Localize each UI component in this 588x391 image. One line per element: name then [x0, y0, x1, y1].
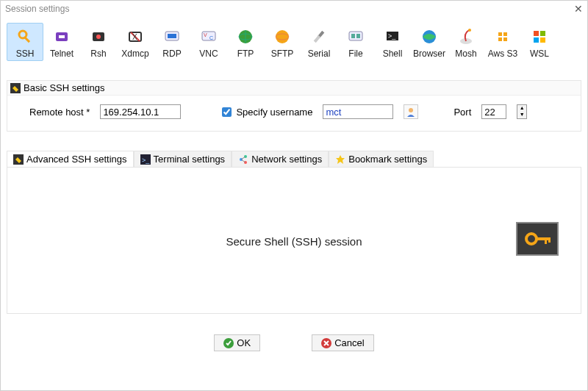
spinner-up-icon[interactable]: ▲ — [517, 105, 526, 112]
specify-username-check[interactable] — [222, 107, 232, 117]
session-type-label: Telnet — [44, 49, 79, 59]
svg-rect-22 — [351, 34, 355, 38]
session-type-serial[interactable]: Serial — [301, 23, 337, 61]
session-type-label: Shell — [375, 49, 410, 59]
svg-rect-29 — [534, 31, 539, 36]
tab-terminal-settings[interactable]: >_Terminal settings — [134, 151, 232, 167]
basic-ssh-body: Remote host * Specify username Port ▲▼ — [7, 96, 581, 131]
session-type-icon — [154, 26, 190, 47]
svg-rect-31 — [534, 37, 539, 43]
star-icon — [335, 154, 345, 165]
port-spinner[interactable]: ▲▼ — [517, 104, 527, 119]
tab-label: Terminal settings — [154, 154, 226, 165]
titlebar: Session settings ✕ — [1, 1, 587, 17]
session-type-sftp[interactable]: SFTP — [264, 23, 301, 61]
ok-icon — [223, 338, 234, 348]
session-type-label: RDP — [154, 49, 190, 59]
session-type-label: SSH — [7, 49, 43, 59]
svg-point-34 — [409, 108, 413, 112]
ok-button[interactable]: OK — [214, 334, 260, 351]
port-label: Port — [453, 107, 471, 118]
svg-rect-30 — [540, 31, 545, 36]
svg-point-44 — [526, 234, 537, 244]
svg-text:V: V — [204, 32, 207, 37]
close-icon[interactable]: ✕ — [574, 3, 583, 15]
session-type-label: File — [338, 49, 373, 59]
remote-host-label: Remote host * — [29, 107, 90, 118]
session-type-ftp[interactable]: FTP — [227, 23, 264, 61]
svg-rect-45 — [536, 237, 549, 240]
svg-text:>_: >_ — [388, 32, 396, 40]
session-type-icon: X — [118, 26, 153, 47]
svg-point-17 — [276, 30, 289, 43]
svg-rect-47 — [548, 237, 551, 243]
session-description: Secure Shell (SSH) session — [7, 235, 581, 248]
tab-label: Bookmark settings — [348, 154, 427, 165]
cancel-label: Cancel — [334, 337, 364, 348]
network-icon — [238, 154, 248, 165]
session-type-ssh[interactable]: SSH — [7, 23, 43, 61]
session-type-icon — [81, 26, 116, 47]
dialog-buttons: OK Cancel — [1, 334, 587, 351]
session-type-label: SFTP — [265, 49, 300, 59]
svg-point-28 — [468, 29, 471, 32]
session-type-rdp[interactable]: RDP — [154, 23, 190, 61]
svg-line-42 — [241, 159, 245, 162]
session-type-file[interactable]: File — [337, 23, 374, 61]
remote-host-input[interactable] — [100, 104, 181, 119]
session-type-label: WSL — [522, 49, 557, 59]
tab-label: Network settings — [251, 154, 322, 165]
session-type-label: FTP — [228, 49, 263, 59]
ok-label: OK — [237, 337, 251, 348]
tab-label: Advanced SSH settings — [26, 154, 127, 165]
session-type-mosh[interactable]: Mosh — [448, 23, 484, 61]
session-type-icon — [265, 26, 300, 47]
session-type-label: Rsh — [81, 49, 116, 59]
svg-rect-20 — [314, 35, 320, 43]
session-type-vnc[interactable]: VCVNC — [190, 23, 227, 61]
session-type-label: VNC — [191, 49, 226, 59]
cancel-icon — [321, 338, 331, 348]
session-type-browser[interactable]: Browser — [411, 23, 448, 61]
session-type-wsl[interactable]: WSL — [521, 23, 558, 61]
session-type-row: SSHTelnetRshXXdmcpRDPVCVNCFTPSFTPSerialF… — [1, 17, 587, 65]
session-type-icon — [7, 26, 43, 47]
session-type-label: Aws S3 — [485, 49, 520, 59]
tab-bookmark-settings[interactable]: Bookmark settings — [329, 151, 434, 167]
session-type-icon: >_ — [375, 26, 410, 47]
session-type-rsh[interactable]: Rsh — [80, 23, 117, 61]
tab-network-settings[interactable]: Network settings — [232, 151, 329, 167]
svg-rect-21 — [349, 32, 362, 40]
user-picker-icon[interactable] — [404, 104, 418, 119]
svg-rect-3 — [59, 35, 65, 38]
session-type-label: Mosh — [448, 49, 484, 59]
session-type-shell[interactable]: >_Shell — [374, 23, 411, 61]
session-type-label: Serial — [301, 49, 337, 59]
session-type-icon — [228, 26, 263, 47]
specify-username-label: Specify username — [236, 107, 312, 118]
tool-icon — [10, 83, 21, 93]
basic-ssh-title: Basic SSH settings — [24, 82, 105, 93]
svg-rect-32 — [540, 37, 545, 43]
tab-content: Secure Shell (SSH) session — [7, 167, 581, 314]
session-type-aws-s3[interactable]: Aws S3 — [484, 23, 521, 61]
port-input[interactable] — [481, 104, 506, 119]
tab-advanced-ssh-settings[interactable]: Advanced SSH settings — [7, 151, 134, 167]
session-type-icon — [522, 26, 557, 47]
ssh-key-graphic — [516, 222, 559, 256]
svg-text:>_: >_ — [142, 157, 150, 164]
session-type-telnet[interactable]: Telnet — [43, 23, 80, 61]
username-input[interactable] — [323, 104, 393, 119]
spinner-down-icon[interactable]: ▼ — [517, 112, 526, 118]
cancel-button[interactable]: Cancel — [312, 334, 373, 351]
session-settings-window: Session settings ✕ SSHTelnetRshXXdmcpRDP… — [0, 0, 588, 391]
svg-text:X: X — [132, 33, 137, 41]
session-type-icon — [338, 26, 373, 47]
session-type-xdmcp[interactable]: XXdmcp — [117, 23, 154, 61]
session-type-icon — [44, 26, 79, 47]
svg-text:C: C — [209, 35, 213, 40]
terminal-icon: >_ — [140, 154, 151, 165]
svg-rect-10 — [168, 34, 176, 38]
session-type-icon — [301, 26, 337, 47]
specify-username-checkbox[interactable]: Specify username — [219, 105, 312, 119]
